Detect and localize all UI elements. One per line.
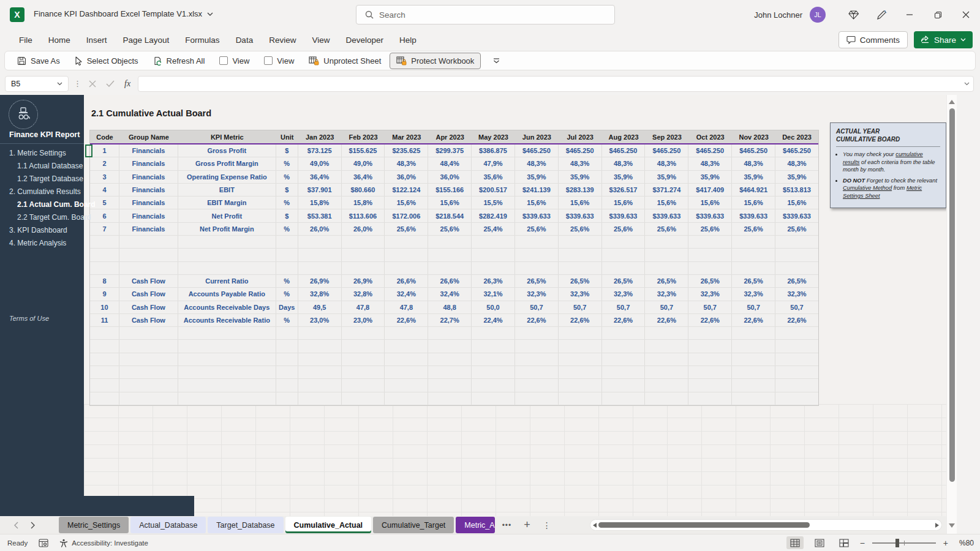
cell[interactable]: 15,6% bbox=[385, 197, 428, 209]
menu-home[interactable]: Home bbox=[40, 36, 78, 45]
cell[interactable] bbox=[515, 236, 559, 248]
cell[interactable]: $326.517 bbox=[602, 184, 646, 196]
cell[interactable] bbox=[688, 392, 732, 405]
cell[interactable] bbox=[119, 392, 178, 405]
cell[interactable]: 23,0% bbox=[298, 314, 342, 326]
zoom-slider[interactable] bbox=[872, 542, 936, 544]
cell[interactable]: $464.921 bbox=[732, 184, 775, 196]
cell[interactable]: Cash Flow bbox=[119, 275, 178, 287]
cell[interactable]: 48,3% bbox=[385, 157, 428, 170]
cell[interactable]: 25,6% bbox=[559, 223, 602, 235]
more-sheets-icon[interactable]: ••• bbox=[502, 521, 512, 530]
cell[interactable] bbox=[688, 379, 732, 391]
cell[interactable] bbox=[645, 327, 688, 339]
column-header[interactable]: Mar 2023 bbox=[385, 130, 428, 143]
cell[interactable]: 25,6% bbox=[515, 223, 559, 235]
cell[interactable] bbox=[732, 340, 775, 352]
cell[interactable]: 15,8% bbox=[298, 197, 342, 209]
view-checkbox-1[interactable]: View bbox=[213, 53, 255, 69]
cell[interactable]: 32,1% bbox=[472, 288, 515, 300]
note-panel[interactable]: ACTUAL YEAR CUMULATIVE BOARD You may che… bbox=[830, 122, 946, 208]
cell[interactable]: 1 bbox=[90, 144, 119, 157]
cell[interactable]: $155.166 bbox=[428, 184, 472, 196]
cell[interactable]: $ bbox=[276, 209, 298, 222]
horizontal-scroll-thumb[interactable] bbox=[598, 522, 810, 528]
cell[interactable]: 25,6% bbox=[732, 223, 775, 235]
cell[interactable] bbox=[775, 236, 818, 248]
zoom-out-icon[interactable]: − bbox=[860, 538, 865, 548]
column-header[interactable]: Dec 2023 bbox=[775, 130, 818, 143]
more-commands-icon[interactable] bbox=[487, 53, 506, 69]
vertical-scrollbar[interactable] bbox=[946, 95, 957, 534]
cell[interactable] bbox=[602, 249, 646, 261]
cell[interactable]: $339.633 bbox=[602, 209, 646, 222]
cell[interactable] bbox=[645, 262, 688, 274]
cell[interactable] bbox=[119, 327, 178, 339]
cell[interactable] bbox=[342, 327, 385, 339]
cell[interactable]: 15,5% bbox=[472, 197, 515, 209]
cell[interactable] bbox=[276, 236, 298, 248]
sheet-canvas[interactable]: 2.1 Cumulative Actual Board CodeGroup Na… bbox=[84, 95, 946, 516]
cell[interactable] bbox=[385, 353, 428, 365]
cell[interactable] bbox=[178, 353, 276, 365]
cell[interactable]: 26,3% bbox=[472, 275, 515, 287]
terms-of-use-link[interactable]: Terms of Use bbox=[9, 315, 49, 322]
cell[interactable]: $283.139 bbox=[559, 184, 602, 196]
cell[interactable] bbox=[559, 366, 602, 378]
cell[interactable] bbox=[90, 353, 119, 365]
cell[interactable]: $122.124 bbox=[385, 184, 428, 196]
cell[interactable] bbox=[178, 327, 276, 339]
cell[interactable] bbox=[298, 379, 342, 391]
cell[interactable]: 50,7 bbox=[688, 301, 732, 313]
cell[interactable]: 9 bbox=[90, 288, 119, 300]
macro-record-icon[interactable] bbox=[39, 539, 48, 547]
cell[interactable]: 35,9% bbox=[645, 171, 688, 183]
cell[interactable]: 7 bbox=[90, 223, 119, 235]
cell[interactable] bbox=[775, 392, 818, 405]
menu-help[interactable]: Help bbox=[391, 36, 424, 45]
cell[interactable]: Accounts Receivable Days bbox=[178, 301, 276, 313]
cell[interactable]: 49,0% bbox=[342, 157, 385, 170]
cell[interactable]: $299.375 bbox=[428, 144, 472, 157]
view-normal-icon[interactable] bbox=[786, 536, 804, 549]
cell[interactable] bbox=[515, 392, 559, 405]
cell[interactable] bbox=[472, 249, 515, 261]
cell[interactable]: 15,6% bbox=[515, 197, 559, 209]
cell[interactable] bbox=[688, 340, 732, 352]
column-header[interactable]: May 2023 bbox=[472, 130, 515, 143]
cell[interactable]: Cash Flow bbox=[119, 301, 178, 313]
cell[interactable] bbox=[559, 262, 602, 274]
insert-function-icon[interactable]: fx bbox=[124, 79, 130, 89]
prev-sheet-icon[interactable] bbox=[13, 522, 18, 529]
sidebar-item-2-1-actual-cum-board[interactable]: 2.1 Actual Cum. Board bbox=[0, 198, 84, 211]
cell[interactable]: $386.875 bbox=[472, 144, 515, 157]
cell[interactable] bbox=[342, 262, 385, 274]
cancel-icon[interactable] bbox=[89, 80, 96, 88]
cell[interactable] bbox=[559, 236, 602, 248]
cell[interactable]: 15,6% bbox=[428, 197, 472, 209]
cell[interactable]: 10 bbox=[90, 301, 119, 313]
cell[interactable] bbox=[298, 366, 342, 378]
cell[interactable]: 48,3% bbox=[732, 157, 775, 170]
cell[interactable]: $218.544 bbox=[428, 209, 472, 222]
view-checkbox-2[interactable]: View bbox=[258, 53, 300, 69]
menu-developer[interactable]: Developer bbox=[337, 36, 391, 45]
cell[interactable] bbox=[428, 392, 472, 405]
cell[interactable]: 35,9% bbox=[732, 171, 775, 183]
cell[interactable] bbox=[298, 327, 342, 339]
column-header[interactable]: Nov 2023 bbox=[732, 130, 775, 143]
cell[interactable]: 32,3% bbox=[559, 288, 602, 300]
cell[interactable]: $37.901 bbox=[298, 184, 342, 196]
cell[interactable]: $ bbox=[276, 184, 298, 196]
column-header[interactable]: Code bbox=[90, 130, 119, 143]
cell[interactable] bbox=[385, 249, 428, 261]
cell[interactable] bbox=[298, 340, 342, 352]
scroll-left-icon[interactable] bbox=[593, 523, 597, 528]
cell[interactable]: % bbox=[276, 157, 298, 170]
cell[interactable]: 35,9% bbox=[602, 171, 646, 183]
cell[interactable]: $53.381 bbox=[298, 209, 342, 222]
cell[interactable]: $465.250 bbox=[602, 144, 646, 157]
cell[interactable] bbox=[119, 262, 178, 274]
cell[interactable] bbox=[276, 353, 298, 365]
cell[interactable]: 32,3% bbox=[602, 288, 646, 300]
